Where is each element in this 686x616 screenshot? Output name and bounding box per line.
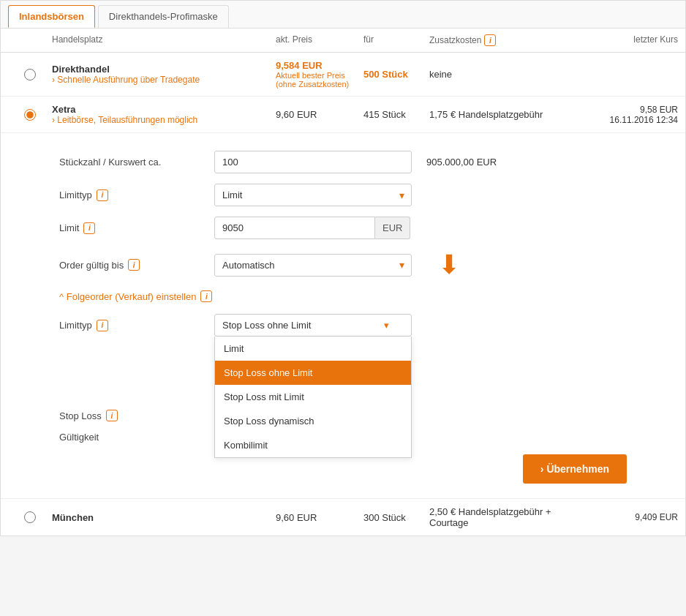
- limit-label: Limit i: [59, 222, 206, 234]
- direkthandel-price-sub: Aktuell bester Preis (ohne Zusatzkosten): [276, 71, 363, 89]
- stop-loss-label: Stop Loss i: [59, 410, 206, 421]
- dropdown-item-stop-loss-dynamisch[interactable]: Stop Loss dynamisch: [215, 409, 411, 433]
- radio-muenchen[interactable]: [24, 511, 36, 523]
- col-handelsplatz-header: Handelsplatz: [52, 34, 276, 46]
- tab-direkthandels[interactable]: Direkthandels-Profimaske: [98, 5, 229, 28]
- col-aktpreis-header: akt. Preis: [276, 34, 363, 46]
- muenchen-name-text: München: [52, 512, 276, 523]
- zusatz-info-icon[interactable]: i: [484, 34, 496, 46]
- form-section: Stückzahl / Kurswert ca. 905.000,00 EUR …: [1, 133, 685, 498]
- folgeorder-limittyp-dropdown-wrapper: Stop Loss ohne Limit ▾ Limit Stop Loss o…: [214, 314, 412, 337]
- xetra-price: 9,60 EUR: [276, 109, 363, 120]
- radio-col-muenchen[interactable]: [8, 511, 52, 523]
- limittyp-row: Limittyp i Limit Stop Loss ohne Limit St…: [59, 184, 627, 206]
- limit-input-group: EUR: [214, 217, 410, 239]
- order-gueltig-label: Order gültig bis i: [59, 259, 206, 271]
- dropdown-item-limit[interactable]: Limit: [215, 337, 411, 361]
- muenchen-last: 9,409 EUR: [590, 512, 678, 522]
- col-radio-header: [8, 34, 52, 46]
- tab-inlandsboersen[interactable]: Inlandsbörsen: [8, 5, 95, 28]
- folgeorder-limittyp-value: Stop Loss ohne Limit: [222, 320, 311, 331]
- limit-info-icon[interactable]: i: [83, 222, 95, 234]
- dropdown-item-kombilimit[interactable]: Kombilimit: [215, 433, 411, 457]
- direkthandel-qty-val: 500 Stück: [363, 69, 408, 80]
- limittyp-select-wrapper: Limit Stop Loss ohne Limit Stop Loss mit…: [214, 184, 412, 206]
- orange-down-arrow-icon: ⬇: [438, 249, 460, 280]
- folgeorder-title: ^ Folgeorder (Verkauf) einstellen: [59, 291, 196, 302]
- direkthandel-info: Direkthandel Schnelle Ausführung über Tr…: [52, 64, 276, 85]
- xetra-sub[interactable]: Leitbörse, Teilausführungen möglich: [52, 115, 276, 125]
- order-gueltig-select[interactable]: Automatisch Heute Datum: [214, 254, 412, 277]
- limittyp-label: Limittyp i: [59, 189, 206, 201]
- col-zusatz-header: Zusatzkosten i: [429, 34, 590, 46]
- bottom-table-row: München 9,60 EUR 300 Stück 2,50 € Handel…: [1, 498, 685, 536]
- table-header: Handelsplatz akt. Preis für Zusatzkosten…: [1, 29, 685, 53]
- folgeorder-limittyp-label: Limittyp i: [59, 320, 206, 331]
- folgeorder-limittyp-arrow-icon: ▾: [384, 320, 389, 331]
- tabs-bar: Inlandsbörsen Direkthandels-Profimaske: [1, 1, 685, 29]
- muenchen-price: 9,60 EUR: [276, 512, 363, 523]
- page-wrapper: Inlandsbörsen Direkthandels-Profimaske H…: [0, 0, 686, 536]
- folgeorder-limittyp-dropdown-display[interactable]: Stop Loss ohne Limit ▾: [214, 314, 412, 337]
- muenchen-name: München: [52, 512, 276, 523]
- limit-input[interactable]: [214, 217, 375, 239]
- xetra-last: 9,58 EUR 16.11.2016 12:34: [590, 105, 678, 125]
- radio-xetra[interactable]: [24, 109, 36, 121]
- order-gueltig-select-wrapper: Automatisch Heute Datum ▾: [214, 254, 412, 277]
- limit-row: Limit i EUR: [59, 217, 627, 239]
- radio-col-direkthandel[interactable]: [8, 69, 52, 80]
- table-row: Xetra Leitbörse, Teilausführungen möglic…: [1, 97, 685, 133]
- direkthandel-name: Direkthandel: [52, 64, 276, 75]
- stueckzahl-row: Stückzahl / Kurswert ca. 905.000,00 EUR: [59, 151, 627, 173]
- ubernehmen-button[interactable]: Übernehmen: [523, 454, 627, 484]
- folgeorder-info-icon[interactable]: i: [200, 290, 212, 302]
- folgeorder-limittyp-info-icon[interactable]: i: [97, 320, 108, 331]
- order-gueltig-row: Order gültig bis i Automatisch Heute Dat…: [59, 249, 627, 280]
- muenchen-zusatz: 2,50 € Handelsplatzgebühr + Courtage: [429, 506, 590, 528]
- col-fuer-header: für: [363, 34, 429, 46]
- direkthandel-sub[interactable]: Schnelle Ausführung über Tradegate: [52, 75, 276, 85]
- btn-row: Übernehmen: [59, 454, 627, 484]
- radio-col-xetra[interactable]: [8, 109, 52, 121]
- xetra-price-col: 9,60 EUR: [276, 109, 363, 120]
- gueltigkeit-label: Gültigkeit: [59, 432, 206, 443]
- xetra-qty: 415 Stück: [363, 109, 429, 120]
- direkthandel-zusatz: keine: [429, 69, 590, 80]
- xetra-last-price: 9,58 EUR: [590, 105, 678, 115]
- folgeorder-header[interactable]: ^ Folgeorder (Verkauf) einstellen i: [59, 290, 627, 302]
- muenchen-qty: 300 Stück: [363, 512, 429, 523]
- xetra-zusatz: 1,75 € Handelsplatzgebühr: [429, 109, 590, 120]
- kurswert-display: 905.000,00 EUR: [426, 157, 497, 168]
- xetra-info: Xetra Leitbörse, Teilausführungen möglic…: [52, 104, 276, 125]
- dropdown-item-stop-loss-mit[interactable]: Stop Loss mit Limit: [215, 385, 411, 409]
- table-row: Direkthandel Schnelle Ausführung über Tr…: [1, 53, 685, 97]
- limit-suffix: EUR: [375, 217, 410, 239]
- xetra-name: Xetra: [52, 104, 276, 115]
- stueckzahl-label: Stückzahl / Kurswert ca.: [59, 157, 206, 168]
- folgeorder-limittyp-dropdown-list: Limit Stop Loss ohne Limit Stop Loss mit…: [214, 337, 412, 458]
- radio-direkthandel[interactable]: [24, 69, 36, 80]
- direkthandel-price: 9,584 EUR: [276, 60, 363, 71]
- dropdown-item-stop-loss-ohne[interactable]: Stop Loss ohne Limit: [215, 361, 411, 385]
- stop-loss-info-icon[interactable]: i: [106, 410, 118, 421]
- direkthandel-price-col: 9,584 EUR Aktuell bester Preis (ohne Zus…: [276, 60, 363, 89]
- limittyp-select[interactable]: Limit Stop Loss ohne Limit Stop Loss mit…: [214, 184, 412, 206]
- limittyp-info-icon[interactable]: i: [97, 189, 108, 201]
- xetra-last-date: 16.11.2016 12:34: [590, 115, 678, 125]
- order-gueltig-info-icon[interactable]: i: [128, 259, 140, 271]
- stueckzahl-input[interactable]: [214, 151, 412, 173]
- direkthandel-qty: 500 Stück: [363, 69, 429, 80]
- col-letzterkurs-header: letzter Kurs: [590, 34, 678, 46]
- folgeorder-limittyp-row: Limittyp i Stop Loss ohne Limit ▾ Limit …: [59, 314, 627, 337]
